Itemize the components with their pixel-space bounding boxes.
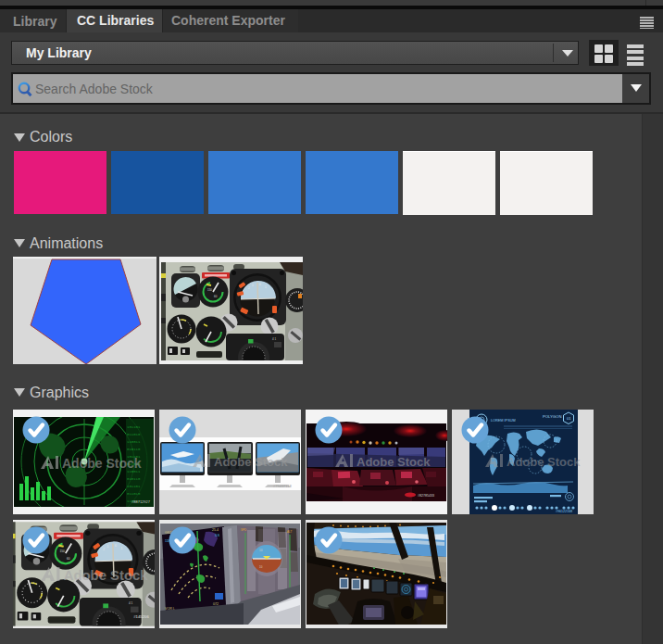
svg-text:01: 01 (567, 416, 571, 421)
svg-text:#88712927: #88712927 (131, 499, 151, 504)
svg-text:150: 150 (59, 549, 65, 553)
svg-text:101101: 101101 (127, 425, 141, 429)
svg-text:011010: 011010 (127, 433, 141, 436)
svg-text:Adobe Stock: Adobe Stock (357, 455, 431, 469)
svg-text:1: 1 (120, 547, 122, 550)
svg-text:010110: 010110 (127, 477, 141, 481)
svg-text:0: 0 (115, 544, 117, 548)
svg-text:ILS: ILS (215, 534, 220, 537)
svg-text:4 1: 4 1 (272, 337, 277, 341)
svg-text:60: 60 (214, 295, 218, 298)
svg-text:2: 2 (248, 286, 250, 290)
svg-text:#82785433: #82785433 (418, 494, 434, 498)
svg-text:010110: 010110 (127, 448, 141, 451)
svg-text:2: 2 (103, 548, 105, 551)
svg-text:Adobe Stock: Adobe Stock (214, 455, 288, 469)
svg-text:4 1: 4 1 (129, 601, 133, 605)
svg-text:Adobe Stock: Adobe Stock (62, 456, 142, 471)
svg-text:10: 10 (259, 565, 263, 569)
svg-text:LOREM IPSUM: LOREM IPSUM (491, 419, 516, 423)
svg-text:Adobe Stock: Adobe Stock (507, 455, 581, 469)
svg-text:25.4: 25.4 (212, 528, 219, 532)
svg-text:#96122168: #96122168 (556, 510, 572, 513)
svg-text:011010: 011010 (127, 492, 141, 496)
svg-text:60: 60 (67, 557, 70, 561)
svg-text:ALT: ALT (287, 530, 292, 534)
svg-text:0: 0 (259, 283, 261, 286)
svg-text:POLYGON: POLYGON (543, 414, 561, 419)
svg-text:10: 10 (259, 549, 263, 552)
svg-text:Adobe Stock: Adobe Stock (64, 568, 149, 583)
svg-text:150: 150 (207, 288, 212, 292)
svg-text:1: 1 (252, 284, 254, 287)
svg-text:1: 1 (106, 545, 108, 549)
svg-text:#145206: #145206 (133, 614, 149, 619)
svg-text:1: 1 (265, 285, 267, 289)
svg-text:101101: 101101 (127, 485, 141, 488)
svg-text:SPD: SPD (241, 528, 247, 532)
svg-text:072: 072 (213, 602, 219, 606)
svg-text:110011: 110011 (127, 440, 141, 444)
svg-text:#79437118: #79437118 (273, 484, 293, 488)
